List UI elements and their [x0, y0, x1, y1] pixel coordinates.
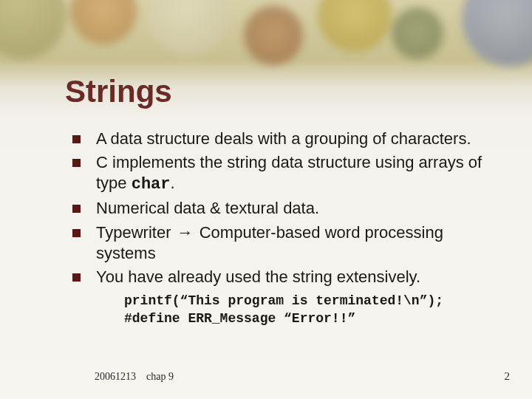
bullet-text: You have already used the string extensi… — [96, 267, 420, 286]
bullet-item: Numerical data & textural data. — [69, 198, 488, 219]
code-line: printf(“This program is terminated!\n”); — [124, 293, 443, 308]
bullet-text: string — [227, 153, 267, 171]
footer-date: 20061213 — [95, 371, 136, 382]
bullet-list: A data structure deals with a grouping o… — [69, 129, 488, 287]
bullet-item: A data structure deals with a grouping o… — [69, 129, 488, 149]
arrow-right-icon: → — [176, 222, 195, 243]
slide-body: Strings A data structure deals with a gr… — [0, 0, 532, 399]
code-line: #define ERR_Message “Error!!” — [124, 311, 355, 326]
bullet-text: textural — [225, 199, 279, 217]
bullet-item: C implements the string data structure u… — [69, 152, 488, 195]
bullet-text: C implements the — [96, 153, 227, 171]
slide-title: Strings — [65, 74, 488, 109]
page-number: 2 — [505, 370, 511, 383]
footer: 20061213chap 9 — [95, 371, 174, 383]
code-block: printf(“This program is terminated!\n”);… — [124, 292, 488, 328]
bullet-item: You have already used the string extensi… — [69, 267, 488, 287]
bullet-text: A data structure deals with a grouping o… — [96, 129, 471, 148]
footer-chapter: chap 9 — [146, 371, 174, 382]
bullet-text: data. — [279, 199, 319, 217]
bullet-text: Typewriter — [96, 223, 176, 242]
code-inline: char — [132, 175, 171, 194]
bullet-item: Typewriter → Computer-based word process… — [69, 222, 488, 264]
bullet-text: . — [171, 174, 175, 192]
bullet-text: Numerical data & — [96, 199, 225, 217]
